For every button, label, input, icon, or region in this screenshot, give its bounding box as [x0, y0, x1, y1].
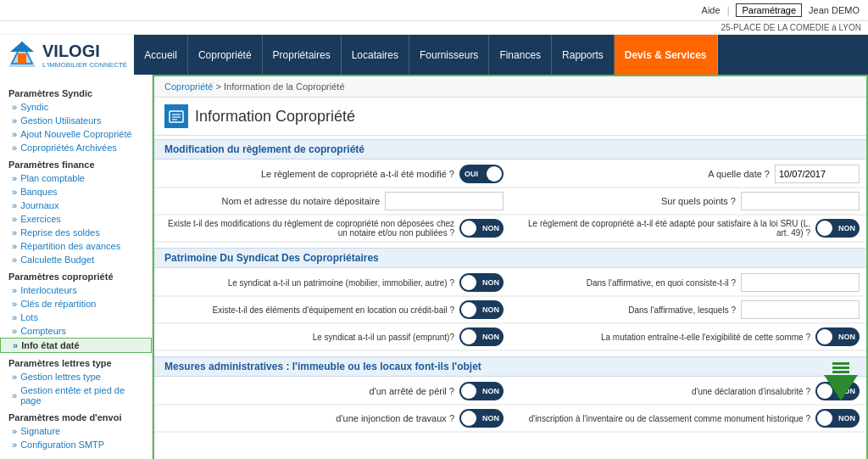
- sidebar-item-gestion-entete-pied[interactable]: Gestion entête et pied de page: [0, 383, 152, 407]
- sidebar-item-gestion-lettres-type[interactable]: Gestion lettres type: [0, 370, 152, 383]
- toggle-non-label-9: NON: [482, 414, 499, 423]
- nav-finances[interactable]: Finances: [489, 35, 552, 75]
- nav-copropriete[interactable]: Copropriété: [188, 35, 263, 75]
- input-notaire[interactable]: [385, 192, 504, 210]
- toggle-modifs-non[interactable]: NON: [459, 219, 504, 238]
- label-adapte-sru: Le règlement de copropriété a-t-il été a…: [517, 219, 810, 238]
- page-title-area: Information Copropriété: [154, 98, 866, 136]
- sidebar-item-signature[interactable]: Signature: [0, 424, 152, 438]
- label-arrete-peril: d'un arrêté de péril ?: [161, 386, 454, 396]
- control-equipement-location: NON: [459, 300, 504, 319]
- logo-icon: [7, 38, 37, 71]
- nav-devis-services[interactable]: Devis & Services: [615, 35, 718, 75]
- toggle-injonction-non[interactable]: NON: [459, 409, 504, 428]
- toggle-adapte-sru-non[interactable]: NON: [815, 219, 860, 238]
- toggle-monument-non[interactable]: NON: [815, 409, 860, 428]
- form-cell-reglement-modifie: Le règlement de copropriété a-t-il été m…: [154, 161, 510, 188]
- input-en-quoi-consiste[interactable]: [741, 273, 860, 292]
- toggle-equipement-non[interactable]: NON: [459, 300, 504, 319]
- brand-name: VILOGI: [42, 42, 100, 60]
- control-passif: NON: [459, 327, 504, 346]
- sidebar-item-syndic[interactable]: Syndic: [0, 100, 152, 114]
- arrow-line-1: [832, 362, 849, 365]
- form-cell-lesquels: Dans l'affirmative, lesquels ?: [510, 297, 866, 323]
- toggle-non-knob-1: [461, 221, 476, 236]
- control-patrimoine: NON: [459, 273, 504, 292]
- control-adapte-sru: NON: [815, 219, 860, 238]
- sidebar-item-plan-comptable[interactable]: Plan comptable: [0, 171, 152, 185]
- toggle-oui-label: OUI: [465, 170, 478, 178]
- label-injonction-travaux: d'une injonction de travaux ?: [161, 413, 454, 423]
- logo: VILOGI L'IMMOBILIER CONNECTÉ: [0, 35, 134, 75]
- sidebar-item-cles-repartition[interactable]: Clés de répartition: [0, 297, 152, 311]
- toggle-arrete-non[interactable]: NON: [459, 382, 504, 400]
- form-cell-equipement-location: Existe-t-il des éléments d'équipement en…: [154, 297, 510, 323]
- form-cell-en-quoi-consiste: Dans l'affirmative, en quoi consiste-t-i…: [510, 270, 866, 296]
- sidebar-item-calculette-budget[interactable]: Calculette Budget: [0, 253, 152, 266]
- sidebar-item-coproprietes-archivees[interactable]: Copropriétés Archivées: [0, 141, 152, 154]
- sidebar-item-reprise-soldes[interactable]: Reprise des soldes: [0, 226, 152, 239]
- control-modifs-non-deposees: NON: [459, 219, 504, 238]
- toggle-non-knob-6: [817, 329, 832, 344]
- toggle-non-knob-4: [461, 302, 476, 317]
- nav-rapports[interactable]: Rapports: [552, 35, 615, 75]
- sidebar-item-interlocuteurs[interactable]: Interlocuteurs: [0, 283, 152, 297]
- toggle-non-knob-10: [817, 411, 832, 426]
- form-cell-modifs-non-deposees: Existe t-il des modifications du règleme…: [154, 216, 510, 242]
- label-lesquels: Dans l'affirmative, lesquels ?: [517, 305, 736, 315]
- main-header: VILOGI L'IMMOBILIER CONNECTÉ Accueil Cop…: [0, 35, 868, 75]
- toggle-reglement-oui[interactable]: OUI: [459, 165, 504, 183]
- label-reglement-modifie: Le règlement de copropriété a-t-il été m…: [161, 169, 454, 179]
- main-nav: Accueil Copropriété Propriétaires Locata…: [134, 35, 868, 75]
- toggle-patrimoine-non[interactable]: NON: [459, 273, 504, 292]
- label-mutation-exigibilite: La mutation entraîne-t-elle l'exigibilit…: [517, 333, 810, 342]
- sidebar-item-compteurs[interactable]: Compteurs: [0, 324, 152, 338]
- control-injonction-travaux: NON: [459, 409, 504, 428]
- address-bar: 25-PLACE DE LA COMEDIE à LYON: [0, 21, 868, 35]
- toggle-passif-non[interactable]: NON: [459, 327, 504, 346]
- sidebar-item-banques[interactable]: Banques: [0, 185, 152, 199]
- toggle-mutation-non[interactable]: NON: [815, 327, 860, 346]
- top-bar: Aide | Paramétrage Jean DEMO: [0, 0, 868, 21]
- form-cell-monument-historique: d'inscription à l'inventaire ou de class…: [510, 406, 866, 432]
- nav-locataires[interactable]: Locataires: [342, 35, 409, 75]
- main-content: Copropriété > Information de la Copropri…: [153, 75, 868, 459]
- form-cell-injonction-travaux: d'une injonction de travaux ? NON: [154, 406, 510, 432]
- input-quelle-date[interactable]: [775, 165, 860, 183]
- sidebar-item-ajout-copropriete[interactable]: Ajout Nouvelle Copropriété: [0, 127, 152, 141]
- sidebar-section-mode-envoi: Paramètres mode d'envoi: [0, 407, 152, 424]
- sidebar-section-syndic: Paramètres Syndic: [0, 83, 152, 100]
- aide-link[interactable]: Aide: [702, 5, 721, 15]
- sidebar-item-repartition-avances[interactable]: Répartition des avances: [0, 239, 152, 253]
- arrow-line-2: [832, 367, 849, 369]
- main-layout: Paramètres Syndic Syndic Gestion Utilisa…: [0, 75, 868, 459]
- sidebar-item-info-etat-date[interactable]: Info état daté: [0, 338, 152, 353]
- user-label: Jean DEMO: [809, 5, 860, 15]
- control-arrete-peril: NON: [459, 382, 504, 400]
- input-lesquels[interactable]: [741, 300, 860, 319]
- sidebar-item-journaux[interactable]: Journaux: [0, 199, 152, 212]
- label-insalubrite: d'une déclaration d'insalubrité ?: [517, 387, 810, 396]
- control-en-quoi-consiste: [741, 273, 860, 292]
- nav-fournisseurs[interactable]: Fournisseurs: [409, 35, 489, 75]
- arrow-lines: [832, 362, 849, 373]
- nav-proprietaires[interactable]: Propriétaires: [263, 35, 342, 75]
- label-notaire: Nom et adresse du notaire dépositaire: [161, 196, 380, 206]
- sidebar-item-exercices[interactable]: Exercices: [0, 212, 152, 226]
- parametrage-button[interactable]: Paramétrage: [736, 3, 802, 17]
- breadcrumb-parent[interactable]: Copropriété: [164, 81, 213, 92]
- input-sur-quels-points[interactable]: [741, 192, 860, 210]
- sidebar-item-gestion-utilisateurs[interactable]: Gestion Utilisateurs: [0, 114, 152, 127]
- sidebar-item-config-smtp[interactable]: Configuration SMTP: [0, 438, 152, 451]
- toggle-non-label-4: NON: [482, 305, 499, 314]
- label-en-quoi-consiste: Dans l'affirmative, en quoi consiste-t-i…: [517, 278, 736, 288]
- nav-accueil[interactable]: Accueil: [134, 35, 188, 75]
- svg-marker-3: [10, 42, 34, 52]
- sidebar-item-lots[interactable]: Lots: [0, 311, 152, 324]
- label-passif: Le syndicat a-t-il un passif (emprunt)?: [161, 333, 454, 342]
- arrow-decoration: [824, 362, 858, 400]
- label-monument-historique: d'inscription à l'inventaire ou de class…: [517, 414, 810, 423]
- sidebar-section-lettres-type: Paramètres lettres type: [0, 353, 152, 370]
- toggle-non-label-7: NON: [482, 387, 499, 395]
- form-cell-mutation-exigibilite: La mutation entraîne-t-elle l'exigibilit…: [510, 324, 866, 350]
